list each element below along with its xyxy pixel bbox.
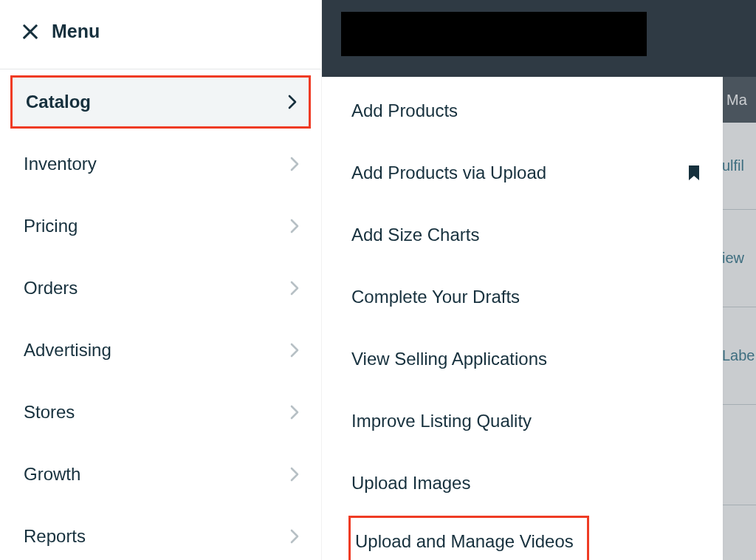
flyout-label: Complete Your Drafts: [351, 287, 520, 307]
menu-label: Pricing: [24, 216, 78, 236]
sidebar-item-reports[interactable]: Reports: [10, 510, 311, 560]
flyout-item-upload-images[interactable]: Upload Images: [322, 457, 723, 510]
flyout-item-add-products-via-upload[interactable]: Add Products via Upload: [322, 146, 723, 199]
flyout-label: Add Products: [351, 100, 458, 121]
menu-label: Advertising: [24, 340, 111, 361]
chevron-right-icon: [290, 467, 299, 482]
sidebar-item-pricing[interactable]: Pricing: [10, 199, 311, 253]
redacted-region: [341, 12, 647, 56]
menu-label: Growth: [24, 464, 80, 485]
flyout-label: Upload Images: [351, 473, 470, 494]
chevron-right-icon: [290, 157, 299, 171]
submenu-flyout: Add Products Add Products via Upload Add…: [322, 77, 723, 560]
menu-header: Menu: [0, 0, 321, 69]
chevron-right-icon: [290, 219, 299, 233]
sidebar-item-stores[interactable]: Stores: [10, 386, 311, 439]
main-menu-sidebar: Menu Catalog Inventory Pricing Orders Ad…: [0, 0, 322, 560]
flyout-label: Upload and Manage Videos: [355, 531, 574, 552]
flyout-item-add-products[interactable]: Add Products: [322, 84, 723, 137]
sidebar-item-catalog[interactable]: Catalog: [10, 75, 311, 129]
chevron-right-icon: [290, 529, 299, 544]
sidebar-item-advertising[interactable]: Advertising: [10, 324, 311, 377]
flyout-item-improve-listing-quality[interactable]: Improve Listing Quality: [322, 395, 723, 448]
sidebar-item-growth[interactable]: Growth: [10, 448, 311, 501]
close-icon[interactable]: [22, 24, 38, 40]
flyout-label: Add Size Charts: [351, 225, 479, 245]
dimmed-background-veil: [722, 77, 756, 560]
menu-label: Stores: [24, 402, 75, 423]
chevron-right-icon: [290, 281, 299, 296]
menu-label: Inventory: [24, 154, 97, 174]
flyout-label: View Selling Applications: [351, 349, 547, 369]
flyout-item-view-selling-applications[interactable]: View Selling Applications: [322, 332, 723, 386]
menu-label: Catalog: [26, 92, 91, 112]
flyout-item-upload-and-manage-videos[interactable]: Upload and Manage Videos: [348, 516, 589, 560]
chevron-right-icon: [290, 405, 299, 420]
menu-label: Reports: [24, 526, 86, 547]
flyout-item-add-size-charts[interactable]: Add Size Charts: [322, 208, 723, 262]
sidebar-item-orders[interactable]: Orders: [10, 262, 311, 315]
flyout-label: Add Products via Upload: [351, 163, 546, 183]
chevron-right-icon: [288, 95, 297, 109]
flyout-item-complete-your-drafts[interactable]: Complete Your Drafts: [322, 270, 723, 324]
flyout-label: Improve Listing Quality: [351, 411, 532, 431]
chevron-right-icon: [290, 343, 299, 358]
menu-label: Orders: [24, 278, 78, 298]
menu-title: Menu: [52, 21, 100, 42]
bookmark-icon: [687, 165, 701, 181]
menu-list: Catalog Inventory Pricing Orders Adverti…: [0, 75, 321, 560]
sidebar-item-inventory[interactable]: Inventory: [10, 137, 311, 191]
